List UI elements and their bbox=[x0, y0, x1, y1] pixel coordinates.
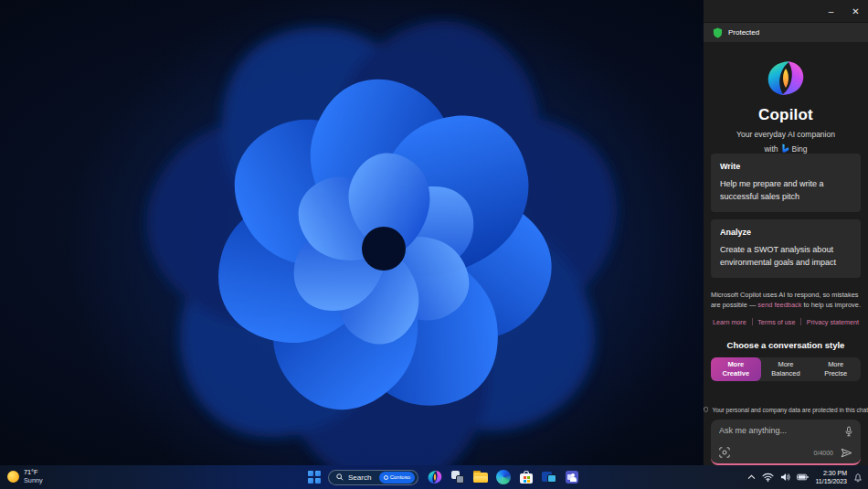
copilot-brand: Copilot Your everyday AI companion with … bbox=[704, 60, 868, 154]
card-body: Help me prepare and write a successful s… bbox=[720, 178, 852, 204]
privacy-note: Your personal and company data are prote… bbox=[704, 406, 868, 413]
battery-icon[interactable] bbox=[797, 473, 809, 481]
teams-icon[interactable] bbox=[565, 470, 579, 484]
weather-widget[interactable]: 71°F Sunny bbox=[7, 468, 43, 485]
separator bbox=[800, 318, 801, 325]
style-option-precise[interactable]: More Precise bbox=[810, 357, 861, 381]
taskbar: 71°F Sunny Search Contoso bbox=[0, 465, 868, 489]
chat-composer[interactable]: 0/4000 bbox=[711, 420, 861, 465]
disclaimer-text-suffix: to help us improve. bbox=[801, 301, 861, 309]
weather-temperature: 71°F bbox=[24, 468, 43, 476]
microsoft-store-icon[interactable] bbox=[519, 470, 534, 484]
ai-disclaimer: Microsoft Copilot uses AI to respond, so… bbox=[711, 290, 861, 311]
with-bing-row: with Bing bbox=[704, 144, 868, 154]
notification-bell-icon[interactable] bbox=[853, 473, 863, 483]
contoso-logo-icon bbox=[384, 475, 388, 480]
send-feedback-link[interactable]: send feedback bbox=[757, 301, 801, 309]
shield-icon bbox=[713, 27, 723, 38]
bing-icon bbox=[781, 144, 789, 154]
screenshot-icon[interactable] bbox=[719, 447, 730, 458]
style-option-creative[interactable]: More Creative bbox=[711, 357, 761, 381]
shield-outline-icon bbox=[704, 406, 708, 413]
contoso-badge[interactable]: Contoso bbox=[379, 472, 415, 484]
copilot-logo-icon bbox=[767, 60, 805, 96]
start-button[interactable] bbox=[308, 471, 321, 484]
search-box[interactable]: Search Contoso bbox=[328, 470, 418, 485]
microphone-icon[interactable] bbox=[845, 426, 852, 437]
clock[interactable]: 2:30 PM 11/15/2023 bbox=[815, 469, 847, 486]
suggestion-card-write[interactable]: Write Help me prepare and write a succes… bbox=[711, 154, 861, 212]
bing-text: Bing bbox=[792, 144, 808, 154]
clock-time: 2:30 PM bbox=[815, 469, 847, 477]
close-button[interactable]: ✕ bbox=[843, 0, 868, 22]
card-title: Analyze bbox=[720, 228, 852, 237]
clock-date: 11/15/2023 bbox=[815, 477, 847, 485]
file-explorer-icon[interactable] bbox=[473, 470, 488, 484]
send-icon[interactable] bbox=[841, 448, 852, 458]
search-icon bbox=[336, 473, 344, 481]
conversation-style-picker: More Creative More Balanced More Precise bbox=[711, 357, 861, 381]
sun-icon bbox=[7, 471, 19, 483]
protected-badge[interactable]: Protected bbox=[704, 22, 868, 42]
copilot-tagline: Your everyday AI companion bbox=[704, 130, 868, 139]
task-view-icon[interactable] bbox=[450, 470, 465, 484]
card-title: Write bbox=[720, 162, 852, 171]
learn-more-link[interactable]: Learn more bbox=[713, 318, 746, 326]
taskbar-center: Search Contoso bbox=[308, 465, 579, 489]
wifi-icon[interactable] bbox=[762, 473, 774, 482]
style-option-balanced[interactable]: More Balanced bbox=[761, 357, 811, 381]
pinned-apps bbox=[428, 470, 579, 484]
edge-icon[interactable] bbox=[496, 470, 511, 484]
with-text: with bbox=[764, 144, 778, 154]
terms-of-use-link[interactable]: Terms of use bbox=[757, 318, 795, 326]
system-tray: 2:30 PM 11/15/2023 bbox=[747, 465, 863, 489]
tray-chevron-up-icon[interactable] bbox=[747, 474, 756, 480]
privacy-statement-link[interactable]: Privacy statement bbox=[807, 318, 859, 326]
contoso-badge-label: Contoso bbox=[390, 474, 410, 480]
suggestion-card-analyze[interactable]: Analyze Create a SWOT analysis about env… bbox=[711, 219, 861, 278]
privacy-note-text: Your personal and company data are prote… bbox=[712, 407, 868, 413]
panel-titlebar: – ✕ bbox=[704, 0, 868, 22]
protected-label: Protected bbox=[728, 28, 759, 37]
footer-links: Learn more Terms of use Privacy statemen… bbox=[713, 318, 859, 326]
separator bbox=[752, 318, 753, 325]
outlook-icon[interactable] bbox=[542, 470, 556, 484]
chat-input[interactable] bbox=[719, 426, 838, 435]
copilot-panel: – ✕ Protected bbox=[704, 0, 868, 465]
copilot-title: Copilot bbox=[704, 106, 868, 124]
conversation-style-heading: Choose a conversation style bbox=[704, 340, 868, 350]
card-body: Create a SWOT analysis about environment… bbox=[720, 244, 852, 270]
char-counter: 0/4000 bbox=[814, 450, 833, 456]
search-label: Search bbox=[348, 473, 375, 482]
volume-icon[interactable] bbox=[780, 473, 790, 482]
minimize-button[interactable]: – bbox=[819, 0, 843, 22]
weather-condition: Sunny bbox=[24, 476, 43, 484]
copilot-taskbar-icon[interactable] bbox=[428, 470, 442, 484]
